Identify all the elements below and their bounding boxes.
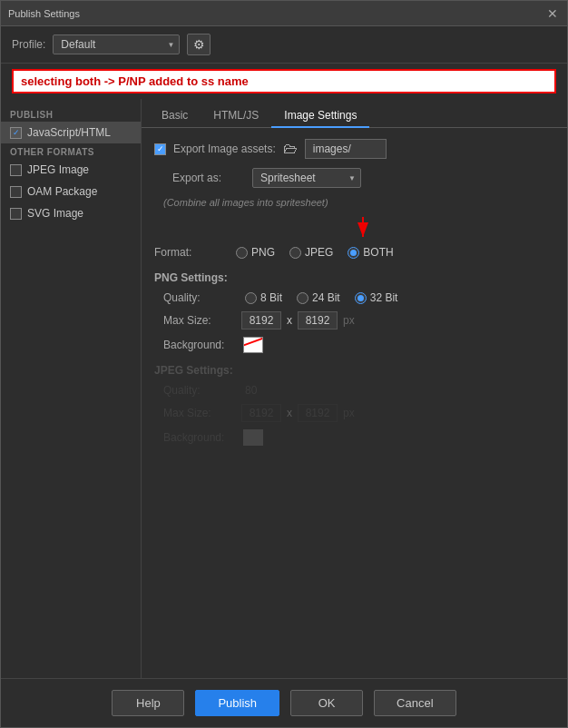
png-bg-label: Background: [163, 339, 236, 351]
close-button[interactable]: ✕ [545, 6, 560, 21]
32bit-radio[interactable] [355, 292, 367, 304]
sidebar: PUBLISH JavaScript/HTML OTHER FORMATS JP… [1, 99, 142, 678]
publish-button[interactable]: Publish [195, 690, 279, 716]
format-jpeg[interactable]: JPEG [289, 246, 333, 259]
png-height-input[interactable] [298, 311, 338, 330]
format-radio-group: PNG JPEG BOTH [236, 246, 394, 259]
js-html-label: JavaScript/HTML [27, 126, 111, 139]
png-quality-label: Quality: [163, 291, 236, 304]
jpeg-bg-label: Background: [163, 431, 236, 444]
jpeg-maxsize-row: Max Size: x px [163, 404, 554, 422]
svg-checkbox[interactable] [10, 208, 22, 220]
profile-bar: Profile: Default ⚙ [1, 26, 567, 64]
sidebar-item-javascript-html[interactable]: JavaScript/HTML [1, 122, 141, 143]
png-label: PNG [251, 246, 275, 259]
png-bg-swatch[interactable] [243, 337, 263, 353]
help-button[interactable]: Help [112, 690, 184, 716]
jpeg-bg-swatch [243, 429, 263, 446]
oam-label: OAM Package [27, 185, 97, 198]
export-as-select[interactable]: Spritesheet Individual Images [252, 168, 361, 188]
js-html-checkbox[interactable] [10, 127, 22, 139]
profile-label: Profile: [12, 38, 45, 51]
export-as-select-wrapper: Spritesheet Individual Images [252, 168, 361, 188]
combine-note: (Combine all images into spritesheet) [163, 197, 554, 208]
format-both[interactable]: BOTH [348, 246, 393, 259]
arrow-svg [354, 213, 408, 241]
arrow-annotation [154, 217, 554, 244]
image-settings-panel: Export Image assets: 🗁 images/ Export as… [142, 128, 567, 678]
jpeg-settings-title: JPEG Settings: [154, 364, 554, 377]
8bit-label: 8 Bit [260, 291, 282, 304]
format-png[interactable]: PNG [236, 246, 275, 259]
jpeg-background-row: Background: [163, 429, 554, 446]
jpeg-label: JPEG Image [27, 163, 89, 176]
svg-label: SVG Image [27, 207, 83, 220]
jpeg-width-input [241, 404, 281, 422]
export-images-label: Export Image assets: [173, 143, 276, 155]
jpeg-quality-value: 80 [245, 384, 257, 397]
png-unit: px [343, 314, 355, 327]
publish-section-label: PUBLISH [1, 106, 141, 122]
bottom-bar: Help Publish OK Cancel [1, 678, 567, 727]
24bit-label: 24 Bit [312, 291, 340, 304]
png-quality-row: Quality: 8 Bit 24 Bit 32 Bit [163, 291, 554, 304]
png-maxsize-label: Max Size: [163, 314, 236, 327]
png-settings-title: PNG Settings: [154, 271, 554, 284]
jpeg-height-input [298, 404, 338, 422]
jpeg-format-label: JPEG [305, 246, 333, 259]
export-images-checkbox[interactable] [154, 143, 166, 155]
annotation-banner: selecting both -> P/NP added to ss name [12, 69, 556, 93]
main-area: PUBLISH JavaScript/HTML OTHER FORMATS JP… [1, 99, 567, 678]
content-panel: Basic HTML/JS Image Settings Export Imag… [142, 99, 567, 678]
images-path[interactable]: images/ [305, 139, 387, 159]
both-label: BOTH [363, 246, 393, 259]
jpeg-unit: px [343, 407, 355, 419]
ok-button[interactable]: OK [290, 690, 363, 716]
tab-html-js[interactable]: HTML/JS [201, 104, 271, 128]
oam-checkbox[interactable] [10, 186, 22, 198]
jpeg-settings-section: JPEG Settings: Quality: 80 Max Size: x p… [154, 364, 554, 446]
jpeg-radio[interactable] [289, 247, 301, 259]
publish-settings-dialog: Publish Settings ✕ Profile: Default ⚙ se… [0, 0, 568, 728]
tab-basic[interactable]: Basic [149, 104, 201, 128]
profile-select[interactable]: Default [53, 34, 180, 54]
dialog-title: Publish Settings [8, 8, 80, 19]
profile-select-wrapper: Default [53, 34, 180, 54]
png-background-row: Background: [163, 337, 554, 353]
24bit-radio[interactable] [297, 292, 308, 304]
sidebar-item-oam[interactable]: OAM Package [1, 181, 141, 202]
gear-button[interactable]: ⚙ [187, 34, 211, 55]
jpeg-checkbox[interactable] [10, 164, 22, 176]
png-quality-radio-group: 8 Bit 24 Bit 32 Bit [245, 291, 397, 304]
other-formats-label: OTHER FORMATS [1, 143, 141, 159]
export-as-label: Export as: [172, 172, 245, 184]
quality-8bit[interactable]: 8 Bit [245, 291, 282, 304]
folder-icon[interactable]: 🗁 [283, 141, 298, 157]
title-bar: Publish Settings ✕ [1, 1, 567, 26]
jpeg-quality-label: Quality: [163, 384, 236, 397]
cancel-button[interactable]: Cancel [374, 690, 455, 716]
quality-24bit[interactable]: 24 Bit [297, 291, 340, 304]
sidebar-item-svg[interactable]: SVG Image [1, 202, 141, 224]
jpeg-x-separator: x [287, 407, 292, 419]
sidebar-item-jpeg[interactable]: JPEG Image [1, 159, 141, 181]
annotation-text: selecting both -> P/NP added to ss name [21, 74, 249, 88]
32bit-label: 32 Bit [370, 291, 398, 304]
format-label: Format: [154, 246, 227, 259]
png-x-separator: x [287, 314, 292, 327]
8bit-radio[interactable] [245, 292, 257, 304]
png-radio[interactable] [236, 247, 248, 259]
export-images-row: Export Image assets: 🗁 images/ [154, 139, 554, 159]
jpeg-quality-row: Quality: 80 [163, 384, 554, 397]
both-radio[interactable] [348, 247, 359, 259]
png-width-input[interactable] [241, 311, 281, 330]
quality-32bit[interactable]: 32 Bit [355, 291, 398, 304]
tab-image-settings[interactable]: Image Settings [271, 104, 369, 128]
jpeg-maxsize-label: Max Size: [163, 407, 236, 419]
tabs: Basic HTML/JS Image Settings [142, 99, 567, 128]
export-as-row: Export as: Spritesheet Individual Images [172, 168, 554, 188]
png-maxsize-row: Max Size: x px [163, 311, 554, 330]
format-row: Format: PNG JPEG BOTH [154, 246, 554, 259]
